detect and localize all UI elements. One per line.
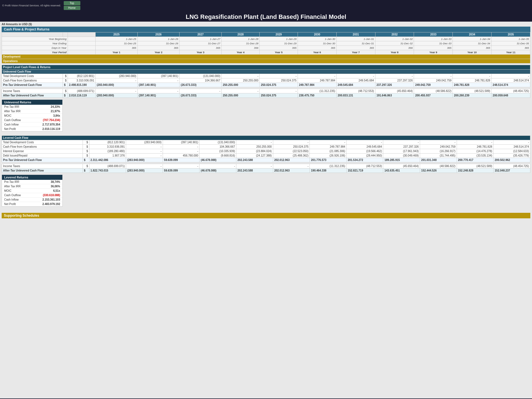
year-2030: 2030 <box>298 32 336 37</box>
year-2026: 2026 <box>137 32 180 37</box>
levered-moic-row: MOIC 6,51x <box>2 189 62 193</box>
levered-pretax-irr-row: Pre-Tax IRR 38,74% <box>2 180 62 184</box>
operations-section-row: Operations <box>2 59 530 63</box>
levered-net-profit-row: Net Profit 2.483.979.192 <box>2 202 62 206</box>
levered-returns-box: Levered Returns Pre-Tax IRR 38,74% After… <box>2 175 63 207</box>
levered-total-dev-costs-row: Total Development Costs $ (812.120.901) … <box>2 140 530 145</box>
year-beginning-row: Year Beginning 1-Jan-251-Jan-261-Jan-271… <box>2 37 530 41</box>
levered-cf-ops-row: Cash Flow from Operations $ 3.310.936.09… <box>2 145 530 149</box>
unlevered-aftertax-row: After-Tax Unlevered Cash Flow $ 2.010.11… <box>2 93 530 98</box>
year-2031: 2031 <box>336 32 375 37</box>
cash-inflow-row: Cash Inflow 2.717.870.354 <box>2 122 62 127</box>
year-2035: 2035 <box>492 32 530 37</box>
levered-aftertax-row: After-Tax Unlevered Cash Flow $ 1.822.74… <box>2 168 530 173</box>
unlevered-returns-box: Unlevered Returns Pre-Tax IRR 24,33% Aft… <box>2 99 63 132</box>
year-2034: 2034 <box>453 32 492 37</box>
year-period-row: Year Period Year 1Year 2Year 3Year 4Year… <box>2 50 530 55</box>
copyright-text: © Profit Vision Financial Services. All … <box>2 4 61 7</box>
year-2027: 2027 <box>180 32 222 37</box>
aftertax-irr-row: After Tax IRR 21,97% <box>2 109 62 114</box>
unlevered-cf-header: Unlevered Cash Flow <box>2 70 530 74</box>
unlevered-income-tax-row: Income Taxes $ (488.699.071) - - - - - (… <box>2 89 530 93</box>
moic-row: MOIC 3,84x <box>2 114 62 118</box>
levered-income-tax-row: Income Taxes $ (488.699.071) - - - - - (… <box>2 164 530 168</box>
project-section-row: Project Level Cash Flows & Returns <box>2 65 530 70</box>
year-2025: 2025 <box>96 32 138 37</box>
top-bar: © Profit Vision Financial Services. All … <box>0 0 532 11</box>
levered-cash-inflow-row: Cash Inflow 2.153.361.103 <box>2 198 62 202</box>
years-header-row: 2025 2026 2027 2028 2029 2030 2031 2032 … <box>2 32 530 37</box>
levered-interest-row: Interest Expense $ (189.280.480) - - (10… <box>2 149 530 154</box>
net-profit-row: Net Profit 2.010.116.119 <box>2 127 62 131</box>
cashflow-section-header: Cash Flow & Project Returns <box>2 27 530 32</box>
home-button[interactable]: Home <box>64 6 80 10</box>
year-2032: 2032 <box>375 32 414 37</box>
days-in-year-row: Days in Year 365365365366365365365366365… <box>2 46 530 50</box>
main-title: LNG Regasification Plant (Land Based) Fi… <box>0 11 532 22</box>
year-2029: 2029 <box>260 32 298 37</box>
year-2033: 2033 <box>414 32 453 37</box>
unlevered-pretax-row: Pre-Tax Unlevered Cash Flow $ 2.498.815.… <box>2 83 530 87</box>
levered-aftertax-irr-row: After Tax IRR 36,06% <box>2 184 62 189</box>
levered-debt-row: Debt Issued/Repaid $ 1.907.376 - 456.780… <box>2 154 530 158</box>
year-ending-row: Year Ending 31-Dec-2531-Dec-2631-Dec-273… <box>2 41 530 46</box>
levered-cf-header-row: Levered Cash Flow <box>2 136 530 140</box>
supporting-schedules-bar: Supporting Schedules <box>2 213 530 218</box>
cash-outflow-row: Cash Outflow (707.754.234) <box>2 118 62 122</box>
levered-cash-outflow-row: Cash Outflow (330.618.088) <box>2 193 62 198</box>
development-section-row: Development <box>2 55 530 59</box>
levered-pretax-row: Pre-Tax Unlevered Cash Flow $ 2.311.442.… <box>2 158 530 162</box>
top-button[interactable]: Top <box>64 1 80 5</box>
unlevered-total-dev-costs-row: Total Development Costs $ (812.120.901) … <box>2 74 530 78</box>
currency-label: All Amounts in USD ($) <box>2 23 530 26</box>
unlevered-cf-ops-row: Cash Flow from Operations $ 3.310.936.09… <box>2 78 530 83</box>
pretax-irr-row: Pre-Tax IRR 24,33% <box>2 105 62 109</box>
year-2028: 2028 <box>221 32 260 37</box>
